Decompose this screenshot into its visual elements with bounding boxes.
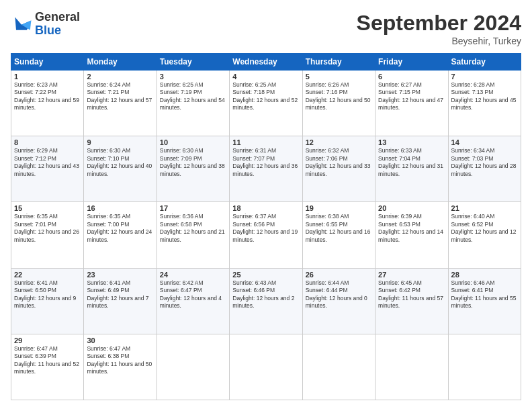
day-info: Sunrise: 6:37 AM Sunset: 6:56 PM Dayligh… <box>232 213 299 244</box>
week-row-3: 15Sunrise: 6:35 AM Sunset: 7:01 PM Dayli… <box>11 202 521 268</box>
week-row-4: 22Sunrise: 6:41 AM Sunset: 6:50 PM Dayli… <box>11 268 521 334</box>
day-info: Sunrise: 6:34 AM Sunset: 7:03 PM Dayligh… <box>451 147 518 178</box>
day-info: Sunrise: 6:25 AM Sunset: 7:18 PM Dayligh… <box>232 81 299 112</box>
day-number: 6 <box>378 73 445 81</box>
day-info: Sunrise: 6:27 AM Sunset: 7:15 PM Dayligh… <box>378 81 445 112</box>
calendar-cell: 5Sunrise: 6:26 AM Sunset: 7:16 PM Daylig… <box>302 71 375 136</box>
logo-line1: General <box>35 11 80 24</box>
day-number: 29 <box>14 336 81 345</box>
day-number: 17 <box>160 204 226 212</box>
title-block: September 2024 Beysehir, Turkey <box>357 11 521 46</box>
column-header-saturday: Saturday <box>448 54 521 71</box>
day-number: 9 <box>87 138 153 146</box>
day-number: 11 <box>232 138 299 146</box>
logo-line2: Blue <box>35 24 80 38</box>
day-number: 15 <box>14 204 81 212</box>
calendar-cell: 22Sunrise: 6:41 AM Sunset: 6:50 PM Dayli… <box>11 268 84 334</box>
calendar-body: 1Sunrise: 6:23 AM Sunset: 7:22 PM Daylig… <box>11 71 521 400</box>
day-info: Sunrise: 6:26 AM Sunset: 7:16 PM Dayligh… <box>306 81 372 112</box>
week-row-5: 29Sunrise: 6:47 AM Sunset: 6:39 PM Dayli… <box>11 334 521 400</box>
day-number: 14 <box>451 138 518 146</box>
calendar-cell: 19Sunrise: 6:38 AM Sunset: 6:55 PM Dayli… <box>302 202 375 268</box>
day-number: 3 <box>160 73 226 81</box>
calendar-cell: 25Sunrise: 6:43 AM Sunset: 6:46 PM Dayli… <box>230 268 302 334</box>
day-info: Sunrise: 6:25 AM Sunset: 7:19 PM Dayligh… <box>160 81 226 112</box>
day-info: Sunrise: 6:47 AM Sunset: 6:39 PM Dayligh… <box>14 345 81 376</box>
day-info: Sunrise: 6:24 AM Sunset: 7:21 PM Dayligh… <box>87 81 153 112</box>
calendar-cell: 14Sunrise: 6:34 AM Sunset: 7:03 PM Dayli… <box>448 136 521 202</box>
calendar-cell: 1Sunrise: 6:23 AM Sunset: 7:22 PM Daylig… <box>11 71 84 136</box>
calendar-cell: 9Sunrise: 6:30 AM Sunset: 7:10 PM Daylig… <box>84 136 157 202</box>
day-info: Sunrise: 6:43 AM Sunset: 6:46 PM Dayligh… <box>232 279 299 310</box>
day-info: Sunrise: 6:35 AM Sunset: 7:00 PM Dayligh… <box>87 213 153 244</box>
calendar-cell: 29Sunrise: 6:47 AM Sunset: 6:39 PM Dayli… <box>11 334 84 400</box>
day-info: Sunrise: 6:41 AM Sunset: 6:49 PM Dayligh… <box>87 279 153 310</box>
week-row-1: 1Sunrise: 6:23 AM Sunset: 7:22 PM Daylig… <box>11 71 521 136</box>
column-header-friday: Friday <box>375 54 448 71</box>
day-info: Sunrise: 6:39 AM Sunset: 6:53 PM Dayligh… <box>378 213 445 244</box>
calendar-cell: 15Sunrise: 6:35 AM Sunset: 7:01 PM Dayli… <box>11 202 84 268</box>
calendar-cell: 4Sunrise: 6:25 AM Sunset: 7:18 PM Daylig… <box>230 71 302 136</box>
location: Beysehir, Turkey <box>357 36 521 46</box>
day-number: 2 <box>87 73 153 81</box>
calendar-cell: 24Sunrise: 6:42 AM Sunset: 6:47 PM Dayli… <box>157 268 229 334</box>
calendar-cell: 28Sunrise: 6:46 AM Sunset: 6:41 PM Dayli… <box>448 268 521 334</box>
day-info: Sunrise: 6:46 AM Sunset: 6:41 PM Dayligh… <box>451 279 518 310</box>
day-number: 24 <box>160 271 226 279</box>
calendar-table: SundayMondayTuesdayWednesdayThursdayFrid… <box>11 53 521 400</box>
calendar-cell: 12Sunrise: 6:32 AM Sunset: 7:06 PM Dayli… <box>302 136 375 202</box>
month-title: September 2024 <box>357 11 521 36</box>
calendar-cell: 2Sunrise: 6:24 AM Sunset: 7:21 PM Daylig… <box>84 71 157 136</box>
day-number: 25 <box>232 271 299 279</box>
calendar-cell: 17Sunrise: 6:36 AM Sunset: 6:58 PM Dayli… <box>157 202 229 268</box>
day-info: Sunrise: 6:47 AM Sunset: 6:38 PM Dayligh… <box>87 345 153 376</box>
day-info: Sunrise: 6:45 AM Sunset: 6:42 PM Dayligh… <box>378 279 445 310</box>
calendar-cell: 8Sunrise: 6:29 AM Sunset: 7:12 PM Daylig… <box>11 136 84 202</box>
day-info: Sunrise: 6:36 AM Sunset: 6:58 PM Dayligh… <box>160 213 226 244</box>
day-info: Sunrise: 6:23 AM Sunset: 7:22 PM Dayligh… <box>14 81 81 112</box>
day-number: 23 <box>87 271 153 279</box>
day-number: 5 <box>306 73 372 81</box>
column-header-tuesday: Tuesday <box>157 54 229 71</box>
day-info: Sunrise: 6:40 AM Sunset: 6:52 PM Dayligh… <box>451 213 518 244</box>
day-info: Sunrise: 6:32 AM Sunset: 7:06 PM Dayligh… <box>306 147 372 178</box>
day-number: 4 <box>232 73 299 81</box>
calendar-cell: 20Sunrise: 6:39 AM Sunset: 6:53 PM Dayli… <box>375 202 448 268</box>
calendar-cell <box>157 334 229 400</box>
day-info: Sunrise: 6:31 AM Sunset: 7:07 PM Dayligh… <box>232 147 299 178</box>
calendar-cell: 26Sunrise: 6:44 AM Sunset: 6:44 PM Dayli… <box>302 268 375 334</box>
day-info: Sunrise: 6:41 AM Sunset: 6:50 PM Dayligh… <box>14 279 81 310</box>
day-number: 20 <box>378 204 445 212</box>
column-header-thursday: Thursday <box>302 54 375 71</box>
calendar-cell <box>302 334 375 400</box>
day-number: 28 <box>451 271 518 279</box>
calendar-cell: 27Sunrise: 6:45 AM Sunset: 6:42 PM Dayli… <box>375 268 448 334</box>
day-number: 18 <box>232 204 299 212</box>
column-header-wednesday: Wednesday <box>230 54 302 71</box>
day-number: 1 <box>14 73 81 81</box>
day-number: 7 <box>451 73 518 81</box>
day-info: Sunrise: 6:35 AM Sunset: 7:01 PM Dayligh… <box>14 213 81 244</box>
header-row: SundayMondayTuesdayWednesdayThursdayFrid… <box>11 54 521 71</box>
calendar-cell: 7Sunrise: 6:28 AM Sunset: 7:13 PM Daylig… <box>448 71 521 136</box>
day-info: Sunrise: 6:38 AM Sunset: 6:55 PM Dayligh… <box>306 213 372 244</box>
day-number: 13 <box>378 138 445 146</box>
calendar-cell: 10Sunrise: 6:30 AM Sunset: 7:09 PM Dayli… <box>157 136 229 202</box>
calendar-cell <box>448 334 521 400</box>
day-number: 10 <box>160 138 226 146</box>
column-header-sunday: Sunday <box>11 54 84 71</box>
day-info: Sunrise: 6:42 AM Sunset: 6:47 PM Dayligh… <box>160 279 226 310</box>
day-number: 26 <box>306 271 372 279</box>
calendar-cell: 13Sunrise: 6:33 AM Sunset: 7:04 PM Dayli… <box>375 136 448 202</box>
day-info: Sunrise: 6:30 AM Sunset: 7:10 PM Dayligh… <box>87 147 153 178</box>
column-header-monday: Monday <box>84 54 157 71</box>
calendar-cell: 21Sunrise: 6:40 AM Sunset: 6:52 PM Dayli… <box>448 202 521 268</box>
page: General Blue September 2024 Beysehir, Tu… <box>0 0 532 411</box>
day-info: Sunrise: 6:28 AM Sunset: 7:13 PM Dayligh… <box>451 81 518 112</box>
header: General Blue September 2024 Beysehir, Tu… <box>11 11 521 46</box>
day-number: 22 <box>14 271 81 279</box>
logo: General Blue <box>11 11 80 38</box>
day-number: 21 <box>451 204 518 212</box>
day-number: 30 <box>87 336 153 345</box>
day-number: 8 <box>14 138 81 146</box>
